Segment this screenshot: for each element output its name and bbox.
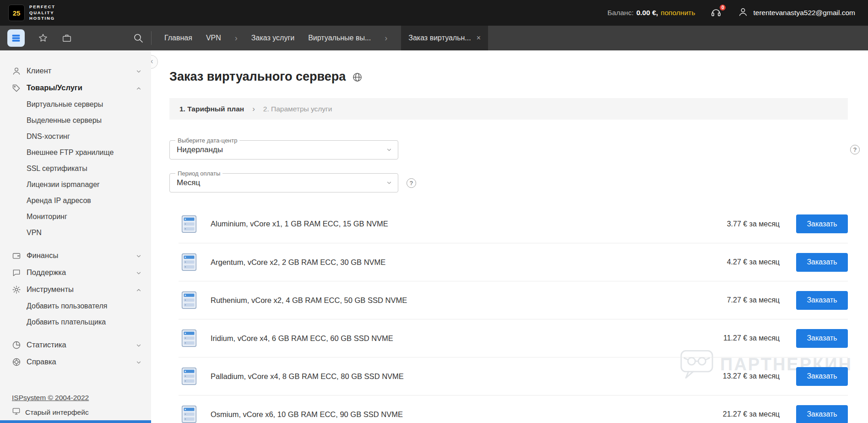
user-icon <box>738 7 748 19</box>
period-select[interactable]: Период оплаты Месяц <box>169 173 398 192</box>
sidebar: Клиент Товары/Услуги Виртуальные серверы… <box>0 50 151 423</box>
page-help-icon[interactable]: ? <box>850 145 860 154</box>
logo-line: PERFECT <box>29 4 55 10</box>
sidebar-item-instrumenty[interactable]: Инструменты <box>0 281 151 298</box>
chevron-down-icon <box>136 359 142 365</box>
sidebar-item-add-user[interactable]: Добавить пользователя <box>0 298 151 314</box>
chevron-down-icon <box>136 269 142 276</box>
datacenter-select[interactable]: Выберите дата-центр Нидерланды <box>169 140 398 159</box>
copyright: ISPsystem © 2004-2022 <box>12 394 89 402</box>
tab-zakaz-virtualnogo[interactable]: Заказ виртуальн... × <box>401 26 488 50</box>
order-button[interactable]: Заказать <box>796 329 848 348</box>
chevron-right-icon: › <box>235 33 238 43</box>
chevron-down-icon <box>386 147 392 153</box>
datacenter-label: Выберите дата-центр <box>175 137 239 144</box>
tab-virtualnye-servery[interactable]: Виртуальные вы... <box>308 34 371 42</box>
user-icon <box>12 66 21 76</box>
chat-icon <box>12 268 21 277</box>
tag-icon <box>12 83 21 93</box>
topbar: 25 PERFECT QUALITY HOSTING Баланс: 0.00 … <box>0 0 868 26</box>
sidebar-item-ispmanager[interactable]: Лицензии ispmanager <box>0 176 151 192</box>
sidebar-item-vpn[interactable]: VPN <box>0 225 151 241</box>
lifebuoy-icon <box>12 357 21 367</box>
period-help-icon[interactable]: ? <box>407 178 416 188</box>
period-label: Период оплаты <box>175 170 222 177</box>
tab-vpn[interactable]: VPN <box>206 34 221 42</box>
sidebar-item-monitoring[interactable]: Мониторинг <box>0 209 151 225</box>
sidebar-item-statistika[interactable]: Статистика <box>0 336 151 353</box>
plan-name: Iridium, vCore x4, 6 GB RAM ECC, 60 GB S… <box>211 334 393 343</box>
order-button[interactable]: Заказать <box>796 253 848 272</box>
step-service-params: 2. Параметры услуги <box>263 105 332 113</box>
star-icon[interactable] <box>38 33 49 44</box>
sidebar-item-finansy[interactable]: Финансы <box>0 247 151 264</box>
sidebar-item-label: Клиент <box>27 66 136 75</box>
server-icon <box>179 404 200 423</box>
chevron-down-icon <box>136 342 142 348</box>
sidebar-item-ftp[interactable]: Внешнее FTP хранилище <box>0 144 151 160</box>
step-tariff-plan[interactable]: 1. Тарифный план <box>179 105 244 113</box>
plan-row-osmium: Osmium, vCore x6, 10 GB RAM ECC, 90 GB S… <box>179 395 848 423</box>
ispsystem-link[interactable]: ISPsystem © 2004-2022 <box>12 394 89 401</box>
logo-line: HOSTING <box>29 16 55 21</box>
sidebar-item-dns-hosting[interactable]: DNS-хостинг <box>0 128 151 144</box>
server-icon <box>179 214 200 235</box>
chevron-right-icon: › <box>252 104 255 114</box>
app-window: 25 PERFECT QUALITY HOSTING Баланс: 0.00 … <box>0 0 868 423</box>
notifications-button[interactable]: 0 <box>711 7 722 19</box>
order-button[interactable]: Заказать <box>796 367 848 386</box>
plan-name: Argentum, vCore x2, 2 GB RAM ECC, 30 GB … <box>211 258 385 267</box>
plan-price: 13.27 € за месяц <box>723 372 780 380</box>
chevron-up-icon <box>136 286 142 293</box>
account-menu[interactable]: terentevanastya522@gmail.com <box>738 7 855 19</box>
sidebar-item-ip[interactable]: Аренда IP адресов <box>0 192 151 209</box>
tab-label: Заказ виртуальн... <box>408 34 471 42</box>
order-button[interactable]: Заказать <box>796 291 848 310</box>
server-icon <box>179 328 200 349</box>
sidebar-collapse-button[interactable]: × <box>151 55 158 69</box>
sidebar-item-klient[interactable]: Клиент <box>0 62 151 79</box>
close-icon[interactable]: × <box>477 34 481 42</box>
dashboard-icon[interactable] <box>7 29 25 47</box>
sidebar-item-ssl[interactable]: SSL сертификаты <box>0 160 151 176</box>
headset-icon <box>711 11 722 19</box>
tab-zakaz-uslugi[interactable]: Заказ услуги <box>251 34 294 42</box>
logo-text: PERFECT QUALITY HOSTING <box>29 4 55 21</box>
plan-row-ruthenium: Ruthenium, vCore x2, 4 GB RAM ECC, 50 GB… <box>179 281 848 319</box>
tab-glavnaya[interactable]: Главная <box>164 34 192 42</box>
globe-icon[interactable] <box>352 71 363 82</box>
divider <box>151 31 152 45</box>
server-icon <box>179 366 200 387</box>
plan-row-palladium: Palladium, vCore x4, 8 GB RAM ECC, 80 GB… <box>179 357 848 395</box>
briefcase-icon[interactable] <box>61 33 72 44</box>
sidebar-item-spravka[interactable]: Справка <box>0 353 151 370</box>
main-content: × Заказ виртуального сервера 1. Тарифный… <box>151 50 868 423</box>
sidebar-item-vydelennye-servery[interactable]: Выделенные серверы <box>0 112 151 128</box>
chevron-up-icon <box>136 85 142 91</box>
chevron-down-icon <box>136 253 142 259</box>
tariff-list: Aluminium, vCore x1, 1 GB RAM ECC, 15 GB… <box>179 205 848 423</box>
plan-price: 3.77 € за месяц <box>727 220 780 228</box>
plan-name: Osmium, vCore x6, 10 GB RAM ECC, 90 GB S… <box>211 410 403 419</box>
wallet-icon <box>12 251 21 260</box>
sidebar-item-podderzhka[interactable]: Поддержка <box>0 264 151 281</box>
topup-link[interactable]: пополнить <box>661 9 695 17</box>
logo-icon: 25 <box>8 5 25 21</box>
server-icon <box>179 290 200 311</box>
order-button[interactable]: Заказать <box>796 214 848 233</box>
brand-logo[interactable]: 25 PERFECT QUALITY HOSTING <box>8 4 55 21</box>
balance-value: 0.00 €, <box>636 9 658 17</box>
sidebar-item-add-payer[interactable]: Добавить плательщика <box>0 314 151 330</box>
balance-label: Баланс: <box>608 9 634 17</box>
notification-badge: 0 <box>719 4 727 11</box>
sidebar-item-virtualnye-servery[interactable]: Виртуальные серверы <box>0 96 151 112</box>
search-icon[interactable] <box>133 33 144 44</box>
old-interface-link[interactable]: Старый интерфейс <box>12 407 89 418</box>
chevron-down-icon <box>136 68 142 74</box>
sidebar-item-tovary-uslugi[interactable]: Товары/Услуги <box>0 79 151 96</box>
wizard-steps: 1. Тарифный план › 2. Параметры услуги <box>169 98 848 120</box>
tab-bar: Главная VPN › Заказ услуги Виртуальные в… <box>0 26 868 50</box>
order-button[interactable]: Заказать <box>796 405 848 423</box>
gear-icon <box>12 285 21 294</box>
logo-line: QUALITY <box>29 10 55 16</box>
